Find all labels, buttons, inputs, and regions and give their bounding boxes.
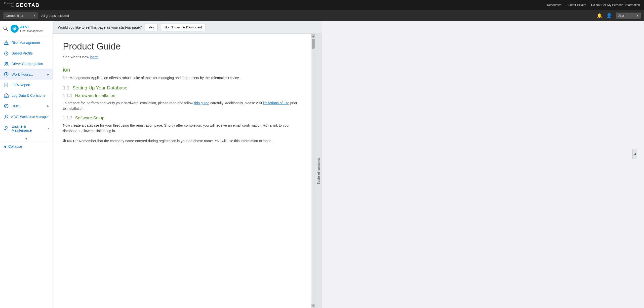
sidebar-item-label-workforce: AT&T Workforce Manager xyxy=(11,115,49,119)
groups-filter-bar: Groups filter ▼ All groups selected 🔔 👤 … xyxy=(0,10,322,21)
intro-section-partial-text: ion xyxy=(63,67,299,73)
startup-yes-button[interactable]: Yes xyxy=(145,24,158,31)
hos-icon xyxy=(4,103,9,109)
powered-by-text: Powered by xyxy=(4,2,14,8)
sidebar-item-ifta-report[interactable]: IFTA Report xyxy=(0,80,53,90)
svg-point-29 xyxy=(7,129,7,130)
section-1-1-heading: 1.1 Setting Up Your Database xyxy=(63,85,299,91)
sidebar-item-label-work-hours: Work Hours... xyxy=(12,72,44,76)
section-1-1-2-text: Now create a database for your fleet usi… xyxy=(63,123,299,134)
startup-page-bar: Would you like to set this page as your … xyxy=(53,21,322,34)
subtitle-period: . xyxy=(98,55,99,59)
svg-point-10 xyxy=(6,53,7,54)
sidebar-navigation: Risk Management Speed Profile xyxy=(0,36,53,136)
search-icon[interactable] xyxy=(3,26,8,31)
sidebar-item-engine-maintenance[interactable]: Engine & Maintenance ▾ xyxy=(0,122,53,135)
main-content-area: Would you like to set this page as your … xyxy=(53,21,322,308)
sidebar-item-label-hos: HOS... xyxy=(12,104,44,108)
sidebar-item-label-driver-congregation: Driver Congregation xyxy=(12,62,49,66)
sidebar-scroll-down[interactable]: ▼ xyxy=(0,136,53,142)
sidebar-item-hos[interactable]: HOS... ▶ xyxy=(0,101,53,111)
svg-point-12 xyxy=(6,62,8,64)
svg-point-24 xyxy=(5,115,7,117)
svg-rect-26 xyxy=(5,127,7,128)
scroll-thumb[interactable] xyxy=(312,39,315,49)
att-app-name: AT&T Fleet Management xyxy=(20,25,43,33)
section-1-1-1-heading: 1.1.1 Hardware Installation xyxy=(63,93,299,98)
startup-no-button[interactable]: No, I'll use the Dashboard xyxy=(161,24,206,31)
svg-line-15 xyxy=(6,74,7,75)
geotab-logo-text: GEOTAB xyxy=(15,2,39,8)
section-1-1-title: Setting Up Your Database xyxy=(72,85,128,90)
startup-question-text: Would you like to set this page as your … xyxy=(58,25,142,29)
sidebar-item-label-engine: Engine & Maintenance xyxy=(12,124,45,132)
scroll-up-arrow[interactable]: ▲ xyxy=(311,34,315,38)
sidebar-item-driver-congregation[interactable]: Driver Congregation xyxy=(0,59,53,69)
svg-point-7 xyxy=(6,44,7,44)
svg-point-20 xyxy=(7,94,8,95)
sidebar-item-label-speed-profile: Speed Profile xyxy=(12,51,49,55)
risk-management-icon xyxy=(4,40,9,45)
sidebar-item-work-hours[interactable]: Work Hours... ▶ xyxy=(0,69,53,80)
product-guide-subtitle: See what's new here. xyxy=(63,55,299,59)
collapse-label: Collapse xyxy=(8,144,22,148)
sidebar-item-label-ifta-report: IFTA Report xyxy=(12,83,49,87)
hardware-text-2: carefully. Additionally, please visit xyxy=(209,101,263,105)
svg-point-11 xyxy=(5,62,6,64)
section-setting-up: 1.1 Setting Up Your Database 1.1.1 Hardw… xyxy=(63,85,299,144)
scroll-down-arrow[interactable]: ▼ xyxy=(311,304,315,307)
att-logo: AT&T Fleet Management xyxy=(11,25,43,33)
brand-logo: Powered by GEOTAB xyxy=(4,2,40,8)
product-guide-title: Product Guide xyxy=(63,41,299,52)
section-1-1-1-title: Hardware Installation xyxy=(75,93,115,98)
note-label: NOTE xyxy=(67,139,77,143)
svg-point-5 xyxy=(14,28,15,29)
sidebar-collapse-button[interactable]: ◀ Collapse xyxy=(0,142,53,151)
groups-filter-label: Groups filter xyxy=(6,14,23,18)
sidebar-item-label-log-data: Log Data & Collisions xyxy=(12,93,49,97)
engine-expand-icon: ▾ xyxy=(48,127,49,130)
hos-expand-icon: ▶ xyxy=(47,104,49,108)
driver-congregation-icon xyxy=(4,61,9,67)
engine-maintenance-icon xyxy=(4,126,9,131)
sidebar-header: AT&T Fleet Management xyxy=(0,21,53,36)
note-body: : Remember that the company name entered… xyxy=(77,139,272,143)
groups-filter-chevron-icon: ▼ xyxy=(33,14,36,17)
content-wrapper: Product Guide See what's new here. ion l… xyxy=(53,34,322,308)
sidebar-item-log-data[interactable]: Log Data & Collisions xyxy=(0,90,53,101)
collapse-left-icon: ◀ xyxy=(4,144,6,148)
svg-rect-25 xyxy=(5,129,8,130)
this-guide-link[interactable]: this guide xyxy=(194,101,209,105)
sidebar-item-workforce-manager[interactable]: AT&T Workforce Manager xyxy=(0,111,53,122)
limitations-link[interactable]: limitations of use xyxy=(263,101,289,105)
speed-profile-icon xyxy=(4,50,9,56)
svg-line-23 xyxy=(6,106,6,107)
svg-point-0 xyxy=(4,27,7,30)
section-1-1-2-heading: 1.1.2 Software Setup xyxy=(63,116,299,121)
hardware-text-1: To prepare for, perform and verify your … xyxy=(63,101,194,105)
section-1-1-2-num: 1.1.2 xyxy=(63,116,72,120)
intro-section: ion leet Management Application offers a… xyxy=(63,67,299,81)
table-of-contents-bar[interactable]: Table of contents xyxy=(315,34,322,308)
all-groups-selected-text: All groups selected xyxy=(41,14,69,18)
sidebar-item-speed-profile[interactable]: Speed Profile xyxy=(0,48,53,59)
product-guide-content: Product Guide See what's new here. ion l… xyxy=(53,34,311,308)
note-star-icon: ✱ xyxy=(63,139,66,143)
note-text-block: ✱ NOTE: Remember that the company name e… xyxy=(63,138,299,144)
workforce-manager-icon xyxy=(4,114,9,119)
sidebar-down-chevron-icon: ▼ xyxy=(25,137,28,141)
intro-section-body: leet Management Application offers a rob… xyxy=(63,75,299,81)
work-hours-icon xyxy=(4,72,9,77)
groups-filter-button[interactable]: Groups filter ▼ xyxy=(3,12,38,19)
section-1-1-1-text: To prepare for, perform and verify your … xyxy=(63,100,299,112)
sidebar-item-label-risk-management: Risk Management xyxy=(12,41,49,45)
scrollable-area: Product Guide See what's new here. ion l… xyxy=(53,34,315,308)
sidebar-item-risk-management[interactable]: Risk Management xyxy=(0,37,53,48)
main-layout: AT&T Fleet Management Risk Management Sp… xyxy=(0,21,322,308)
subtitle-text: See what's new xyxy=(63,55,90,59)
content-scrollbar[interactable]: ▲ ▼ xyxy=(311,34,315,308)
ifta-report-icon xyxy=(4,82,9,88)
subtitle-here-link[interactable]: here xyxy=(90,55,98,59)
toc-label: Table of contents xyxy=(317,157,320,184)
section-1-1-num: 1.1 xyxy=(63,85,69,90)
